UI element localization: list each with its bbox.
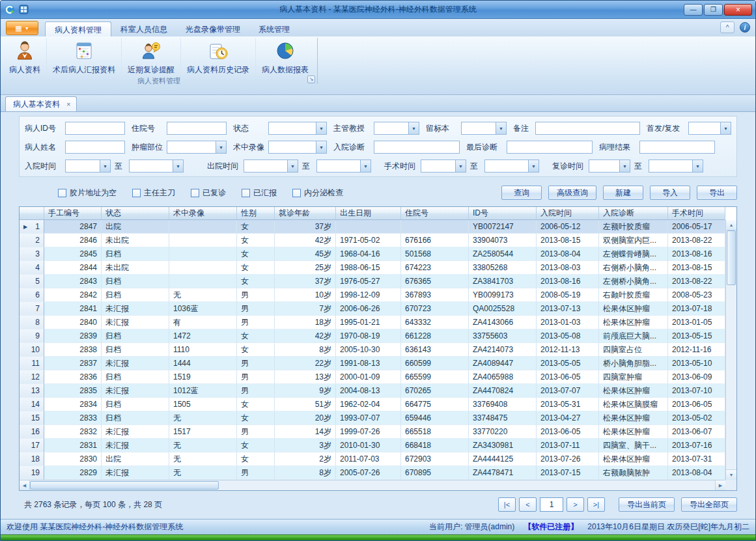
cell-diagnosis[interactable]: 桥小脑角胆脂...: [599, 357, 668, 370]
table-row[interactable]: 10 2838 归档 1110 女 8岁 2005-10-30 636143 Z…: [20, 343, 725, 357]
cell-age[interactable]: 37岁: [275, 275, 336, 288]
cell-inpatient-no[interactable]: 672903: [401, 452, 469, 466]
cell-diagnosis[interactable]: 四脑室肿瘤: [599, 370, 668, 384]
scroll-left-icon[interactable]: ◀: [20, 480, 30, 490]
cell-video[interactable]: [169, 247, 237, 261]
patient-name-input[interactable]: [65, 141, 125, 154]
cell-inpatient-no[interactable]: 670895: [401, 466, 469, 480]
cell-manual-code[interactable]: 2835: [44, 384, 102, 398]
cell-admit-date[interactable]: 2013-08-03: [537, 261, 599, 275]
row-indicator-cell[interactable]: 8: [20, 316, 44, 329]
cell-inpatient-no[interactable]: 501568: [401, 247, 469, 261]
cell-birthdate[interactable]: 1998-12-09: [336, 288, 401, 302]
row-indicator-cell[interactable]: ▶1: [20, 220, 44, 234]
cell-video[interactable]: 无: [169, 439, 237, 452]
remark-input[interactable]: [535, 122, 640, 135]
chevron-down-icon[interactable]: ▼: [692, 160, 703, 172]
close-button[interactable]: ×: [724, 4, 752, 16]
cell-diagnosis[interactable]: 松果体区肿瘤: [599, 384, 668, 398]
column-header-age[interactable]: 就诊年龄: [275, 207, 336, 219]
cell-id-no[interactable]: 33748475: [469, 411, 537, 425]
cell-birthdate[interactable]: 1971-05-02: [336, 234, 401, 247]
cell-manual-code[interactable]: 2847: [44, 220, 102, 234]
admit-time-from-select[interactable]: ▼: [65, 160, 111, 173]
cell-age[interactable]: 25岁: [275, 261, 336, 275]
cell-age[interactable]: 14岁: [275, 425, 336, 439]
cell-surgery-date[interactable]: 2013-07-10: [668, 384, 725, 398]
cell-age[interactable]: 45岁: [275, 247, 336, 261]
cell-id-no[interactable]: 33904073: [469, 234, 537, 247]
chevron-down-icon[interactable]: ▼: [360, 160, 371, 172]
filter-checkbox[interactable]: 已复诊: [191, 187, 226, 199]
cell-inpatient-no[interactable]: 665518: [401, 425, 469, 439]
cell-birthdate[interactable]: 1995-01-21: [336, 316, 401, 329]
export-button[interactable]: 导出: [697, 186, 737, 200]
ribbon-tab-media-management[interactable]: 光盘录像带管理: [176, 21, 249, 36]
final-diagnosis-input[interactable]: [507, 141, 593, 154]
cell-surgery-date[interactable]: 2013-07-16: [668, 439, 725, 452]
cell-diagnosis[interactable]: 四脑室占位: [599, 343, 668, 357]
row-indicator-cell[interactable]: 10: [20, 343, 44, 357]
cell-id-no[interactable]: ZA2580544: [469, 247, 537, 261]
cell-admit-date[interactable]: 2013-05-31: [537, 398, 599, 411]
scroll-up-icon[interactable]: ▲: [726, 220, 736, 230]
patient-data-button[interactable]: 病人资料: [3, 38, 47, 76]
cell-video[interactable]: 1012蓝: [169, 384, 237, 398]
cell-manual-code[interactable]: 2838: [44, 343, 102, 357]
row-indicator-cell[interactable]: 6: [20, 288, 44, 302]
cell-id-no[interactable]: YB0099173: [469, 288, 537, 302]
cell-video[interactable]: 无: [169, 466, 237, 480]
cell-diagnosis[interactable]: 左额叶胶质瘤: [599, 220, 668, 234]
cell-id-no[interactable]: QA0025528: [469, 302, 537, 316]
cell-status[interactable]: 未汇报: [102, 384, 169, 398]
cell-gender[interactable]: 女: [237, 261, 275, 275]
table-row[interactable]: 16 2832 未汇报 1517 男 14岁 1999-07-26 665518…: [20, 425, 725, 439]
cell-status[interactable]: 出院: [102, 452, 169, 466]
discharge-time-from-select[interactable]: ▼: [244, 160, 298, 173]
row-indicator-cell[interactable]: 18: [20, 452, 44, 466]
cell-gender[interactable]: 男: [237, 288, 275, 302]
first-page-button[interactable]: |<: [498, 497, 516, 512]
cell-gender[interactable]: 女: [237, 439, 275, 452]
cell-manual-code[interactable]: 2842: [44, 288, 102, 302]
cell-video[interactable]: 1036蓝: [169, 302, 237, 316]
table-row[interactable]: 11 2837 未汇报 1444 男 22岁 1991-08-13 660599…: [20, 357, 725, 370]
column-header-video[interactable]: 术中录像: [169, 207, 237, 219]
cell-gender[interactable]: 男: [237, 370, 275, 384]
cell-surgery-date[interactable]: 2012-11-16: [668, 343, 725, 357]
cell-admit-date[interactable]: 2013-08-16: [537, 275, 599, 288]
cell-admit-date[interactable]: 2013-01-03: [537, 316, 599, 329]
info-icon[interactable]: i: [740, 22, 750, 33]
prev-page-button[interactable]: <: [519, 497, 537, 512]
column-header-inpatient-no[interactable]: 住院号: [401, 207, 469, 219]
cell-video[interactable]: 1505: [169, 398, 237, 411]
cell-age[interactable]: 10岁: [275, 288, 336, 302]
advanced-query-button[interactable]: 高级查询: [548, 186, 596, 200]
table-row[interactable]: ▶1 2847 出院 女 37岁 YB0072147 2006-05-12 左额…: [20, 220, 725, 234]
tumor-site-select[interactable]: ▼: [167, 141, 227, 154]
cell-inpatient-no[interactable]: 660599: [401, 357, 469, 370]
cell-inpatient-no[interactable]: 676365: [401, 275, 469, 288]
tab-close-icon[interactable]: ×: [66, 100, 70, 108]
column-header-admit-date[interactable]: 入院时间: [537, 207, 599, 219]
cell-diagnosis[interactable]: 松果体区肿瘤: [599, 302, 668, 316]
quick-access-icon[interactable]: [18, 4, 29, 15]
cell-age[interactable]: 3岁: [275, 439, 336, 452]
cell-status[interactable]: 未汇报: [102, 425, 169, 439]
cell-admit-date[interactable]: 2013-07-13: [537, 302, 599, 316]
cell-video[interactable]: 有: [169, 316, 237, 329]
cell-admit-date[interactable]: 2013-07-26: [537, 452, 599, 466]
table-row[interactable]: 5 2843 归档 女 37岁 1976-05-27 676365 ZA3841…: [20, 275, 725, 288]
cell-id-no[interactable]: ZA3430981: [469, 439, 537, 452]
cell-birthdate[interactable]: 1993-07-07: [336, 411, 401, 425]
cell-video[interactable]: [169, 220, 237, 234]
cell-inpatient-no[interactable]: 636143: [401, 343, 469, 357]
cell-video[interactable]: 1517: [169, 425, 237, 439]
cell-admit-date[interactable]: 2013-06-05: [537, 370, 599, 384]
cell-birthdate[interactable]: 1970-08-19: [336, 329, 401, 343]
cell-gender[interactable]: 男: [237, 302, 275, 316]
patient-history-button[interactable]: 病人资料历史记录: [181, 38, 256, 76]
chevron-down-icon[interactable]: ▼: [528, 160, 539, 172]
cell-birthdate[interactable]: 1988-06-15: [336, 261, 401, 275]
cell-gender[interactable]: 男: [237, 384, 275, 398]
